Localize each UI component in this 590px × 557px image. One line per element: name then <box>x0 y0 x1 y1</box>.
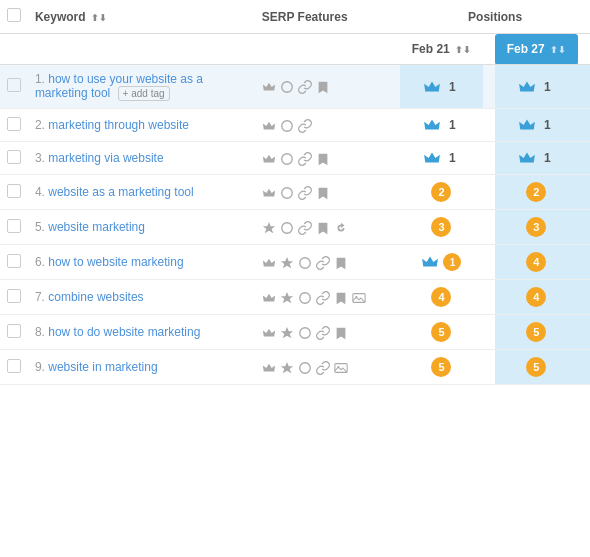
keyword-link[interactable]: website in marketing <box>48 360 157 374</box>
keyword-link[interactable]: combine websites <box>48 290 143 304</box>
select-all-checkbox[interactable] <box>0 0 29 34</box>
feb27-header[interactable]: Feb 27 ⬆⬇ <box>495 34 578 65</box>
keyword-link[interactable]: marketing via website <box>48 151 163 165</box>
row-checkbox[interactable] <box>0 350 29 385</box>
circle-serp-icon <box>298 289 312 305</box>
feb21-position: 5 <box>400 315 483 350</box>
feb21-header[interactable]: Feb 21 ⬆⬇ <box>400 34 483 65</box>
feb27-position: 1 <box>495 109 578 142</box>
positions-header: Positions <box>400 0 590 34</box>
keyword-link[interactable]: how to website marketing <box>48 255 183 269</box>
keyword-header[interactable]: Keyword ⬆⬇ <box>29 0 256 34</box>
svg-point-5 <box>282 223 293 234</box>
crown-serp-icon <box>262 184 276 200</box>
row-checkbox[interactable] <box>0 65 29 109</box>
row-checkbox[interactable] <box>0 109 29 142</box>
table-row: 6. how to website marketing14 <box>0 245 590 280</box>
image-serp-icon <box>334 359 348 375</box>
row-checkbox[interactable] <box>0 210 29 245</box>
circle-serp-icon <box>280 219 294 235</box>
row-checkbox[interactable] <box>0 175 29 210</box>
serp-header: SERP Features <box>256 0 400 34</box>
row-number: 1. <box>35 72 45 86</box>
star-serp-icon <box>280 289 294 305</box>
star-serp-icon <box>280 359 294 375</box>
serp-features-cell <box>256 142 400 175</box>
svg-marker-8 <box>281 292 293 303</box>
serp-features-cell <box>256 175 400 210</box>
star-serp-icon <box>262 219 276 235</box>
feb27-sort-icon[interactable]: ⬆⬇ <box>550 46 566 55</box>
link-serp-icon <box>298 117 312 133</box>
svg-point-13 <box>300 328 311 339</box>
keyword-cell: 4. website as a marketing tool <box>29 175 256 210</box>
table-row: 9. website in marketing55 <box>0 350 590 385</box>
crown-serp-icon <box>262 324 276 340</box>
svg-marker-14 <box>281 362 293 373</box>
circle-serp-icon <box>280 150 294 166</box>
image-serp-icon <box>352 289 366 305</box>
crown-serp-icon <box>262 254 276 270</box>
row-checkbox[interactable] <box>0 142 29 175</box>
svg-point-15 <box>300 363 311 374</box>
keyword-link[interactable]: website marketing <box>48 220 145 234</box>
empty-th3 <box>256 34 400 65</box>
feb21-position: 1 <box>400 245 483 280</box>
svg-point-1 <box>282 121 293 132</box>
bookmark-serp-icon <box>334 254 348 270</box>
svg-point-9 <box>300 293 311 304</box>
feb27-position: 1 <box>495 65 578 109</box>
keyword-sort-icon[interactable]: ⬆⬇ <box>91 14 107 23</box>
row-number: 9. <box>35 360 45 374</box>
keyword-cell: 2. marketing through website <box>29 109 256 142</box>
feb21-sort-icon[interactable]: ⬆⬇ <box>455 46 471 55</box>
row-checkbox[interactable] <box>0 245 29 280</box>
table-row: 3. marketing via website11 <box>0 142 590 175</box>
svg-point-3 <box>282 188 293 199</box>
row-number: 6. <box>35 255 45 269</box>
feb21-position: 3 <box>400 210 483 245</box>
link-serp-icon <box>298 150 312 166</box>
serp-features-cell <box>256 280 400 315</box>
table-row: 5. website marketing33 <box>0 210 590 245</box>
svg-point-7 <box>300 258 311 269</box>
keyword-cell: 3. marketing via website <box>29 142 256 175</box>
row-checkbox[interactable] <box>0 315 29 350</box>
link-serp-icon <box>298 79 312 95</box>
bookmark-serp-icon <box>316 79 330 95</box>
keyword-cell: 1. how to use your website as a marketin… <box>29 65 256 109</box>
feb27-position: 5 <box>495 315 578 350</box>
circle-serp-icon <box>280 117 294 133</box>
arrow-serp-icon <box>334 219 348 235</box>
link-serp-icon <box>298 184 312 200</box>
crown-serp-icon <box>262 289 276 305</box>
star-serp-icon <box>280 324 294 340</box>
feb21-position: 1 <box>400 65 483 109</box>
empty-th2 <box>29 34 256 65</box>
serp-features-cell <box>256 245 400 280</box>
serp-features-cell <box>256 350 400 385</box>
feb21-position: 5 <box>400 350 483 385</box>
add-tag-button[interactable]: + add tag <box>118 86 170 101</box>
serp-features-cell <box>256 315 400 350</box>
keyword-table: Keyword ⬆⬇ SERP Features Positions Feb 2… <box>0 0 590 385</box>
keyword-cell: 8. how to do website marketing <box>29 315 256 350</box>
crown-serp-icon <box>262 79 276 95</box>
bookmark-serp-icon <box>316 184 330 200</box>
keyword-cell: 7. combine websites <box>29 280 256 315</box>
svg-marker-12 <box>281 327 293 338</box>
serp-features-cell <box>256 109 400 142</box>
svg-point-0 <box>282 82 293 93</box>
row-checkbox[interactable] <box>0 280 29 315</box>
feb21-position: 1 <box>400 109 483 142</box>
keyword-link[interactable]: marketing through website <box>48 118 189 132</box>
feb27-position: 4 <box>495 280 578 315</box>
table-row: 1. how to use your website as a marketin… <box>0 65 590 109</box>
keyword-link[interactable]: how to do website marketing <box>48 325 200 339</box>
link-serp-icon <box>316 289 330 305</box>
svg-point-2 <box>282 154 293 165</box>
keyword-link[interactable]: website as a marketing tool <box>48 185 193 199</box>
link-serp-icon <box>316 254 330 270</box>
circle-serp-icon <box>280 79 294 95</box>
svg-marker-4 <box>263 222 275 233</box>
